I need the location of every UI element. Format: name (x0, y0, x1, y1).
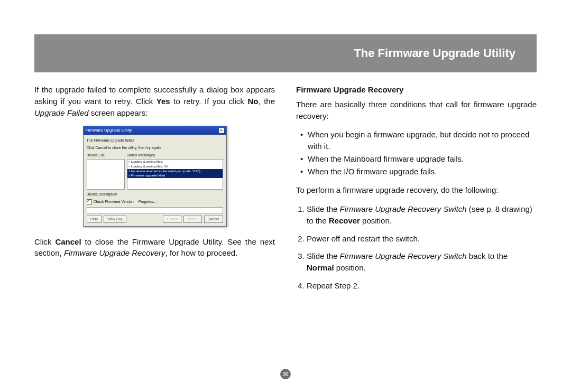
recovery-switch-label: Firmware Upgrade Recovery Switch (340, 204, 467, 213)
list-item: When the I/O firmware upgrade fails. (300, 166, 537, 178)
device-list-label: Device List (87, 153, 125, 158)
left-column: If the upgrade failed to complete succes… (34, 84, 275, 298)
cancel-paragraph: Click Cancel to close the Firmware Upgra… (34, 236, 275, 259)
dialog-titlebar: Firmware Upgrade Utility × (84, 126, 226, 135)
normal-label: Normal (307, 263, 334, 272)
text: to retry. If you click (170, 97, 248, 106)
progress-label: Progress... (139, 199, 156, 204)
check-firmware-row: Check Firmware Version Progress... (87, 199, 223, 204)
check-firmware-label: Check Firmware Version (94, 199, 134, 204)
right-column: Firmware Upgrade Recovery There are basi… (296, 84, 537, 298)
text: Slide the (307, 251, 340, 260)
list-item: When the Mainboard firmware upgrade fail… (300, 153, 537, 165)
recovery-ref: Firmware Upgrade Recovery (64, 248, 165, 257)
text: , the (258, 97, 275, 106)
device-list-box[interactable] (87, 159, 125, 190)
recovery-steps: Slide the Firmware Upgrade Recovery Swit… (296, 203, 537, 292)
retry-paragraph: If the upgrade failed to complete succes… (34, 84, 275, 118)
dialog-screenshot: Firmware Upgrade Utility × The Firmware … (83, 126, 227, 226)
no-label: No (247, 97, 258, 106)
recovery-intro: There are basically three conditions tha… (296, 99, 537, 122)
status-messages-box[interactable]: > Loading & testing files: > Loading & t… (127, 159, 223, 190)
text: screen appears: (89, 108, 148, 117)
recovery-steps-intro: To perform a firmware upgrade recovery, … (296, 184, 537, 196)
dialog-hint: Click Cancel to close the utility, then … (87, 145, 223, 151)
recover-label: Recover (329, 216, 360, 225)
next-button[interactable]: Next > (183, 216, 201, 223)
back-button[interactable]: < Back (163, 216, 182, 223)
recovery-switch-label: Firmware Upgrade Recovery Switch (340, 251, 467, 260)
recovery-conditions-list: When you begin a firmware upgrade, but d… (296, 129, 537, 177)
text: position. (360, 216, 392, 225)
text: Slide the (307, 204, 340, 213)
dialog-body: The Firmware upgrade failed Click Cancel… (84, 135, 226, 226)
list-item: When you begin a firmware upgrade, but d… (300, 129, 537, 152)
status-line: > Loading & testing files: (127, 160, 223, 164)
cancel-label: Cancel (55, 237, 81, 246)
check-firmware-checkbox[interactable] (87, 199, 92, 204)
dialog-title: Firmware Upgrade Utility (86, 127, 132, 134)
recovery-heading: Firmware Upgrade Recovery (296, 84, 537, 96)
close-icon[interactable]: × (219, 128, 224, 133)
cancel-button[interactable]: Cancel (204, 216, 223, 223)
step-1: Slide the Firmware Upgrade Recovery Swit… (307, 203, 537, 227)
page-title: The Firmware Upgrade Utility (354, 46, 515, 60)
text: position. (334, 263, 366, 272)
yes-label: Yes (156, 97, 170, 106)
help-button[interactable]: Help (87, 216, 102, 223)
document-page: The Firmware Upgrade Utility If the upgr… (0, 0, 571, 392)
content-columns: If the upgrade failed to complete succes… (34, 84, 537, 298)
status-line-selected: > No device attached to the serial port … (127, 169, 223, 174)
text: back to the (467, 251, 508, 260)
progress-bar (87, 207, 223, 213)
step-3: Slide the Firmware Upgrade Recovery Swit… (307, 250, 537, 274)
step-4: Repeat Step 2. (307, 280, 537, 292)
step-2: Power off and restart the switch. (307, 233, 537, 245)
upgrade-failed-label: Upgrade Failed (34, 108, 89, 117)
view-log-button[interactable]: View Log (104, 216, 126, 223)
header-band: The Firmware Upgrade Utility (34, 34, 537, 72)
device-description-label: Device Description (87, 192, 223, 197)
text: Click (34, 237, 55, 246)
dialog-headline: The Firmware upgrade failed (87, 138, 223, 143)
status-line-selected: > Firmware upgrade failed (127, 173, 223, 178)
status-messages-label: Status Messages (127, 153, 223, 158)
text: , for how to proceed. (165, 248, 238, 257)
status-line: > Loading & testing files: OK (127, 164, 223, 169)
page-number: 36 (280, 369, 291, 379)
